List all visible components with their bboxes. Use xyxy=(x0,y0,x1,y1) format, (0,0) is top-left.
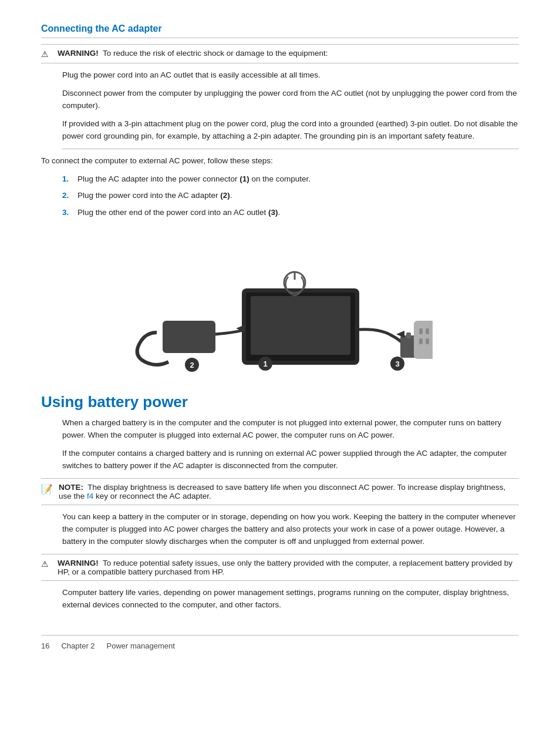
step-num-1: 1. xyxy=(62,173,73,186)
step-2: 2. Plug the power cord into the AC adapt… xyxy=(62,190,519,202)
warning-triangle-icon: ⚠ xyxy=(41,49,53,59)
footer-title: Power management xyxy=(107,641,175,650)
step-num-2: 2. xyxy=(62,190,73,202)
section-divider xyxy=(41,38,519,38)
note-box-brightness: 📝 NOTE: The display brightness is decrea… xyxy=(41,478,519,505)
note-icon: 📝 xyxy=(41,483,54,495)
connect-ac-section: Connecting the AC adapter ⚠ WARNING! To … xyxy=(41,23,519,377)
warning-battery-label: WARNING! xyxy=(58,559,99,567)
battery-heading: Using battery power xyxy=(41,393,519,411)
svg-rect-10 xyxy=(414,321,433,359)
note-label: NOTE: xyxy=(59,483,83,492)
svg-rect-12 xyxy=(426,328,429,334)
step-2-text: Plug the power cord into the AC adapter … xyxy=(77,190,232,202)
warning-detail-3: If provided with a 3-pin attachment plug… xyxy=(62,118,519,149)
connect-ac-heading: Connecting the AC adapter xyxy=(41,23,519,34)
warning-triangle-icon-2: ⚠ xyxy=(41,559,53,569)
footer: 16 Chapter 2 Power management xyxy=(41,641,519,650)
svg-rect-14 xyxy=(426,338,429,344)
warning-battery-content: WARNING! To reduce potential safety issu… xyxy=(58,559,519,576)
warning-text: To reduce the risk of electric shock or … xyxy=(103,49,328,58)
steps-intro: To connect the computer to external AC p… xyxy=(41,155,519,167)
warning-label: WARNING! xyxy=(58,49,99,58)
svg-rect-13 xyxy=(419,338,423,344)
note-link-f4[interactable]: f4 xyxy=(87,492,93,500)
note-text-2: key or reconnect the AC adapter. xyxy=(93,492,211,500)
battery-intro-1: When a charged battery is in the compute… xyxy=(62,417,519,442)
warning-box-shock: ⚠ WARNING! To reduce the risk of electri… xyxy=(41,44,519,63)
step-1-text: Plug the AC adapter into the power conne… xyxy=(77,173,311,186)
battery-section: Using battery power When a charged batte… xyxy=(41,393,519,611)
footer-rule xyxy=(41,635,519,636)
laptop-diagram-area: 2 1 xyxy=(41,230,519,377)
battery-intro-2: If the computer contains a charged batte… xyxy=(62,448,519,472)
note-content: NOTE: The display brightness is decrease… xyxy=(59,483,519,500)
warning-detail-2: Disconnect power from the computer by un… xyxy=(62,88,519,112)
svg-text:2: 2 xyxy=(190,361,194,369)
svg-marker-18 xyxy=(396,331,404,338)
footer-page: 16 xyxy=(41,641,49,650)
laptop-diagram-svg: 2 1 xyxy=(127,230,433,377)
warning-content: WARNING! To reduce the risk of electric … xyxy=(58,49,328,58)
adapter-body xyxy=(163,321,215,353)
step-1: 1. Plug the AC adapter into the power co… xyxy=(62,173,519,186)
svg-rect-9 xyxy=(406,332,411,338)
warning-battery-text: To reduce potential safety issues, use o… xyxy=(58,559,512,576)
battery-para-2: Computer battery life varies, depending … xyxy=(62,587,519,611)
battery-para-1: You can keep a battery in the computer o… xyxy=(62,511,519,548)
step-num-3: 3. xyxy=(62,207,73,219)
svg-text:1: 1 xyxy=(263,359,267,368)
steps-list: 1. Plug the AC adapter into the power co… xyxy=(62,173,519,220)
svg-rect-11 xyxy=(419,328,423,334)
footer-chapter: Chapter 2 xyxy=(61,641,95,650)
svg-text:3: 3 xyxy=(395,359,399,368)
step-3: 3. Plug the other end of the power cord … xyxy=(62,207,519,219)
svg-rect-4 xyxy=(251,296,350,355)
warning-detail-1: Plug the power cord into an AC outlet th… xyxy=(62,69,519,82)
step-3-text: Plug the other end of the power cord int… xyxy=(77,207,280,219)
warning-box-battery: ⚠ WARNING! To reduce potential safety is… xyxy=(41,554,519,581)
